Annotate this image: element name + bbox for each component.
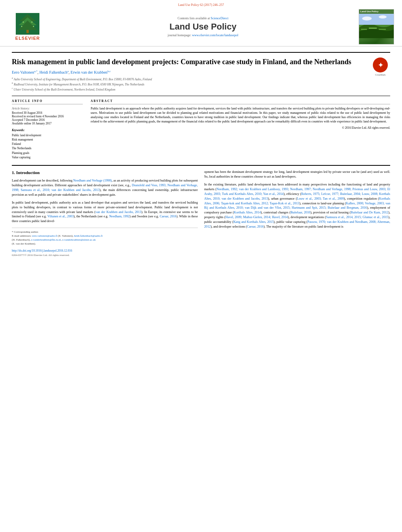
affil-b: b Radboud University, Institute for Mana… <box>12 82 363 87</box>
ref-kang2015[interactable]: Kang and Korthals Altes, 2015 <box>233 220 274 224</box>
volume-line: Land Use Policy 62 (2017) 246–257 <box>8 3 394 7</box>
email-note: E-mail addresses: eero.valtonen@aalto.fi… <box>12 234 198 238</box>
ref-korthals2014[interactable]: Korthals Altes, 2014 <box>234 211 261 214</box>
abstract-text: Public land development is an approach w… <box>91 106 390 124</box>
contents-label: Contents lists available at <box>178 17 210 20</box>
body-content: 1. Introduction Land development can be … <box>12 165 390 257</box>
article-title: Risk management in public land developme… <box>12 57 363 67</box>
footnotes: * Corresponding author. E-mail addresses… <box>12 228 198 246</box>
author2-name: Heidi Falkenbach <box>39 70 67 75</box>
keyword-2: Risk management <box>12 137 83 142</box>
email4-link[interactable]: e.vanderkrabben@ulster.ac.uk <box>62 238 96 241</box>
svg-point-6 <box>21 26 22 27</box>
available-date: Available online 10 January 2017 <box>12 122 83 125</box>
ref-passow1970[interactable]: Passow, 1970; van der Krabben and Needha… <box>204 220 390 228</box>
page: Land Use Policy 62 (2017) 246–257 <box>0 0 402 532</box>
svg-point-4 <box>23 22 24 23</box>
svg-point-13 <box>362 17 372 20</box>
svg-point-5 <box>32 22 33 23</box>
abstract-copyright: © 2016 Elsevier Ltd. All rights reserved… <box>91 126 390 130</box>
elsevier-label: ELSEVIER <box>15 36 40 41</box>
email3-link[interactable]: e.vanderkrabben@fm.ru.nl <box>31 238 61 241</box>
copyright-line: 0264-8377/© 2016 Elsevier Ltd. All right… <box>12 253 198 257</box>
affiliations: a Aalto University School of Engineering… <box>12 76 363 92</box>
ref-samsura2014[interactable]: Samsura et al., 2014, 2015; Glumac et al… <box>326 215 388 219</box>
sciencedirect-line: Contents lists available at ScienceDirec… <box>47 17 359 20</box>
journal-homepage: journal homepage: www.elsevier.com/locat… <box>47 33 359 37</box>
abstract-header: ABSTRACT <box>91 99 390 104</box>
author1-sup: a,* <box>34 70 37 73</box>
cover-title-text: Land Use Policy <box>360 10 378 13</box>
para2: In public land development, public autho… <box>12 200 198 224</box>
article-header: Risk management in public land developme… <box>12 52 390 92</box>
ref-needham1992[interactable]: Needham, 1992 <box>109 215 130 218</box>
header-inner: ELSEVIER Contents lists available at Sci… <box>8 9 394 44</box>
article-info-header: ARTICLE INFO <box>12 99 83 104</box>
ref-caesar2016[interactable]: Caesar, 2016 <box>160 215 177 218</box>
email-note3: (E. van der Krabben). <box>12 242 198 246</box>
journal-header: Land Use Policy 62 (2017) 246–257 <box>0 0 402 46</box>
svg-rect-10 <box>369 28 377 29</box>
doi-link[interactable]: http://dx.doi.org/10.1016/j.landusepol.2… <box>12 249 72 252</box>
journal-title: Land Use Policy <box>47 22 359 32</box>
keyword-5: Planning goals <box>12 151 83 155</box>
affil-c: c Ulster University School of the Built … <box>12 87 363 92</box>
homepage-link[interactable]: www.elsevier.com/locate/landusepol <box>192 33 238 37</box>
keywords-label: Keywords: <box>12 128 83 132</box>
keyword-4: The Netherlands <box>12 146 83 150</box>
accepted-date: Accepted 7 December 2016 <box>12 118 83 122</box>
email-note2: (H. Falkenbach), e.vanderkrabben@fm.ru.n… <box>12 238 198 242</box>
author1-name: Eero Valtonen <box>12 70 34 75</box>
para1: Land development can be described, follo… <box>12 178 198 197</box>
ref-dransfeld[interactable]: Dransfeld and Voss, 1993; Needham and Ve… <box>12 184 198 192</box>
svg-point-14 <box>379 15 387 19</box>
revised-date: Received in revised form 4 November 2016 <box>12 115 83 118</box>
ref-buitelaar2010[interactable]: Buitelaar, 2010 <box>290 211 311 214</box>
keyword-6: Value capturing <box>12 155 83 159</box>
article-info-col: ARTICLE INFO Article history: Received 3… <box>12 99 83 160</box>
email2-link[interactable]: heidi.falkenbach@aalto.fi <box>74 234 103 237</box>
doi-section: http://dx.doi.org/10.1016/j.landusepol.2… <box>12 249 198 257</box>
received-date: Received 30 August 2016 <box>12 111 83 115</box>
affil-a: a Aalto University School of Engineering… <box>12 76 363 82</box>
cover-image <box>359 14 394 44</box>
svg-rect-9 <box>361 29 367 30</box>
article-history: Article history: Received 30 August 2016… <box>12 107 83 125</box>
body-col-right: opment has been the dominant development… <box>204 170 390 257</box>
journal-cover: Land Use Policy <box>359 9 394 44</box>
crossmark-label: CrossMark <box>375 74 386 76</box>
section1-title: 1. Introduction <box>12 170 198 176</box>
ref-caesar2016b[interactable]: Caesar, 2016 <box>247 225 263 228</box>
history-label: Article history: <box>12 107 83 110</box>
author2-sup: a <box>67 70 69 73</box>
corresponding-note: * Corresponding author. <box>12 230 198 234</box>
crossmark-icon: ✦ <box>373 57 388 72</box>
svg-point-7 <box>33 26 34 27</box>
elsevier-logo: ELSEVIER <box>8 13 47 41</box>
abstract-col: ABSTRACT Public land development is an a… <box>91 99 390 160</box>
ref-buitelaar2012[interactable]: Buitelaar and De Kam, 2012 <box>351 211 388 214</box>
para-right2: In the existing literature, public land … <box>204 182 390 229</box>
ref-louw2003[interactable]: Louw et al., 2003; Tan et al., 2009 <box>297 197 344 200</box>
email1-link[interactable]: eero.valtonen@aalto.fi <box>32 234 57 237</box>
elsevier-tree-icon <box>16 13 39 35</box>
article-authors: Eero Valtonena,*, Heidi Falkenbacha, Erw… <box>12 70 363 74</box>
article-title-block: Risk management in public land developme… <box>12 57 370 92</box>
article-content: Risk management in public land developme… <box>0 46 402 261</box>
keywords-list: Public land development Risk management … <box>12 133 83 160</box>
volume-issue-text: Land Use Policy 62 (2017) 246–257 <box>178 3 224 7</box>
info-abstract-section: ARTICLE INFO Article history: Received 3… <box>12 96 390 160</box>
keywords-section: Keywords: Public land development Risk m… <box>12 128 83 160</box>
homepage-label: journal homepage: <box>168 33 192 37</box>
body-col-left: 1. Introduction Land development can be … <box>12 170 198 257</box>
doi-link-line: http://dx.doi.org/10.1016/j.landusepol.2… <box>12 249 198 253</box>
email-label: E-mail addresses: <box>12 234 32 237</box>
para-right1: opment has been the dominant development… <box>204 170 390 179</box>
cover-title: Land Use Policy <box>359 9 394 14</box>
ref-havel2009[interactable]: Havel, 2009; Muñoz-Gielen, 2014; Havel, … <box>225 215 288 219</box>
crossmark: ✦ CrossMark <box>370 57 390 76</box>
ref-viltanen[interactable]: Viltanen et al., 2003 <box>47 215 73 218</box>
ref-needham1998[interactable]: Needham and Verhage (1998) <box>73 179 112 182</box>
sciencedirect-link[interactable]: ScienceDirect <box>211 17 229 20</box>
ref-vdkrabben2013[interactable]: van der Krabben and Jacobs, 2013 <box>95 210 141 214</box>
